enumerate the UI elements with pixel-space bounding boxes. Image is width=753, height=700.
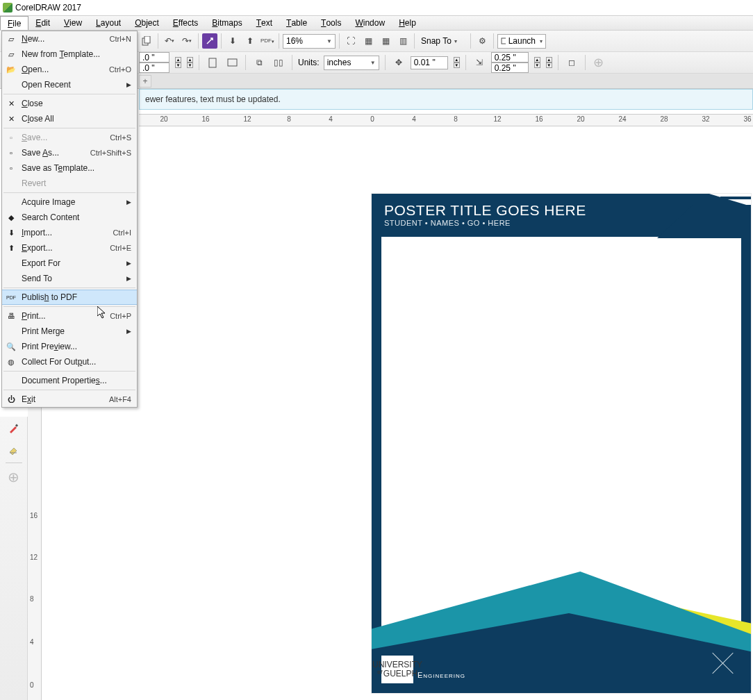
menu-item-icon: ▱ bbox=[5, 49, 17, 60]
menu-item-close[interactable]: ✕Close bbox=[2, 96, 137, 111]
show-grid-icon[interactable]: ▦ bbox=[378, 33, 393, 49]
menu-item-icon: ⬆ bbox=[5, 242, 17, 253]
menu-item-document-properties[interactable]: Document Properties... bbox=[2, 373, 137, 388]
menu-edit[interactable]: Edit bbox=[28, 16, 57, 30]
menu-item-export[interactable]: ⬆Export...Ctrl+E bbox=[2, 240, 137, 256]
menu-item-export-for[interactable]: Export For▶ bbox=[2, 256, 137, 271]
menu-bitmaps[interactable]: Bitmaps bbox=[205, 16, 249, 30]
current-page-icon[interactable]: ▯▯ bbox=[271, 55, 286, 70]
menu-item-send-to[interactable]: Send To▶ bbox=[2, 271, 137, 286]
menu-item-revert: Revert bbox=[2, 176, 137, 191]
add-preset-icon[interactable]: ⊕ bbox=[591, 55, 606, 70]
search-content-icon[interactable] bbox=[202, 33, 217, 49]
menu-item-icon: ⏻ bbox=[5, 394, 17, 405]
menu-item-icon: ✕ bbox=[5, 98, 17, 109]
menu-item-save-as-template[interactable]: ▫Save as Template... bbox=[2, 160, 137, 176]
svg-rect-1 bbox=[144, 36, 150, 43]
menu-item-save-as[interactable]: ▫Save As...Ctrl+Shift+S bbox=[2, 145, 137, 160]
menu-item-icon: ▫ bbox=[5, 162, 17, 174]
menu-item-icon: ◍ bbox=[5, 356, 17, 367]
page-width-field[interactable]: .0 " bbox=[139, 52, 169, 62]
toolbox-left: ⊕ bbox=[0, 417, 28, 700]
engineering-label: Engineering bbox=[417, 671, 465, 679]
menu-item-icon: ✕ bbox=[5, 113, 17, 124]
menu-item-icon: ▱ bbox=[5, 33, 17, 44]
poster-subtitle: STUDENT • NAMES • GO • HERE bbox=[384, 219, 511, 227]
page-height-field[interactable]: .0 " bbox=[139, 62, 169, 73]
units-combo[interactable]: inches▼ bbox=[324, 56, 379, 70]
title-bar: CorelDRAW 2017 bbox=[0, 0, 753, 15]
redo-icon[interactable]: ↷▾ bbox=[179, 33, 195, 49]
menu-item-icon: 🔍 bbox=[5, 341, 17, 352]
nudge-field[interactable]: 0.01 " bbox=[411, 56, 448, 69]
menu-tools[interactable]: Tools bbox=[314, 16, 348, 30]
menu-item-import[interactable]: ⬇Import...Ctrl+I bbox=[2, 225, 137, 240]
info-bar: ewer features, text must be updated. bbox=[139, 89, 753, 110]
treat-as-filled-icon[interactable]: ◻ bbox=[564, 55, 579, 70]
menu-item-close-all[interactable]: ✕Close All bbox=[2, 111, 137, 126]
svg-rect-5 bbox=[15, 424, 17, 427]
eraser-icon[interactable] bbox=[6, 440, 22, 457]
menu-item-publish-to-pdf[interactable]: PDFPublish to PDF bbox=[2, 290, 137, 305]
dup-x-field[interactable]: 0.25 " bbox=[491, 52, 529, 62]
ruler-horizontal[interactable]: 2016128404812162024283236 bbox=[139, 114, 753, 126]
menu-object[interactable]: Object bbox=[128, 16, 166, 30]
menu-file[interactable]: File bbox=[0, 16, 28, 30]
show-rulers-icon[interactable]: ▦ bbox=[361, 33, 376, 49]
poster-artwork[interactable]: POSTER TITLE GOES HERE STUDENT • NAMES •… bbox=[372, 194, 751, 693]
menu-item-icon: ◆ bbox=[5, 212, 17, 223]
menu-item-acquire-image[interactable]: Acquire Image▶ bbox=[2, 194, 137, 210]
menu-item-search-content[interactable]: ◆Search Content bbox=[2, 210, 137, 225]
menu-item-new-from-template[interactable]: ▱New from Template... bbox=[2, 47, 137, 62]
zoom-combo[interactable]: 16%▼ bbox=[283, 34, 336, 49]
menu-item-collect-for-output[interactable]: ◍Collect For Output... bbox=[2, 354, 137, 369]
menu-item-open-recent[interactable]: Open Recent▶ bbox=[2, 77, 137, 92]
copy-icon[interactable] bbox=[139, 33, 154, 49]
menu-item-print-preview[interactable]: 🔍Print Preview... bbox=[2, 339, 137, 354]
snap-to-combo[interactable]: Snap To▾ bbox=[418, 34, 467, 49]
menu-item-icon: ▫ bbox=[5, 132, 17, 143]
menu-text[interactable]: Text bbox=[249, 16, 279, 30]
dup-y-field[interactable]: 0.25 " bbox=[491, 62, 529, 73]
options-icon[interactable]: ⚙ bbox=[474, 33, 490, 49]
import-icon[interactable]: ⬇ bbox=[225, 33, 240, 49]
drawing-canvas[interactable]: POSTER TITLE GOES HERE STUDENT • NAMES •… bbox=[42, 126, 753, 700]
file-menu-dropdown: ▱New...Ctrl+N▱New from Template...📂Open.… bbox=[1, 31, 138, 408]
menu-item-exit[interactable]: ⏻ExitAlt+F4 bbox=[2, 392, 137, 407]
add-tool-icon[interactable]: ⊕ bbox=[6, 469, 22, 485]
menu-item-new[interactable]: ▱New...Ctrl+N bbox=[2, 31, 137, 47]
menu-effects[interactable]: Effects bbox=[166, 16, 205, 30]
menu-item-print-merge[interactable]: Print Merge▶ bbox=[2, 324, 137, 339]
launch-combo[interactable]: Launch▾ bbox=[497, 34, 546, 49]
menu-item-icon: ⬇ bbox=[5, 227, 17, 238]
menu-table[interactable]: Table bbox=[279, 16, 314, 30]
menu-view[interactable]: View bbox=[57, 16, 89, 30]
svg-rect-3 bbox=[209, 58, 216, 67]
undo-icon[interactable]: ↶▾ bbox=[162, 33, 177, 49]
landscape-icon[interactable] bbox=[224, 55, 240, 70]
eyedropper-icon[interactable] bbox=[6, 419, 22, 436]
portrait-icon[interactable] bbox=[205, 55, 220, 70]
menu-item-print[interactable]: 🖶Print...Ctrl+P bbox=[2, 308, 137, 324]
svg-rect-2 bbox=[502, 38, 506, 44]
app-logo-icon bbox=[3, 3, 13, 12]
nudge-icon: ✥ bbox=[391, 55, 406, 70]
export-icon[interactable]: ⬆ bbox=[242, 33, 258, 49]
menu-item-open[interactable]: 📂Open...Ctrl+O bbox=[2, 62, 137, 77]
show-guidelines-icon[interactable]: ▥ bbox=[395, 33, 411, 49]
fullscreen-icon[interactable]: ⛶ bbox=[343, 33, 358, 49]
all-pages-icon[interactable]: ⧉ bbox=[251, 55, 267, 70]
menu-item-icon: PDF bbox=[5, 292, 17, 303]
duplicate-distance-icon: ⇲ bbox=[472, 55, 487, 70]
pdf-icon[interactable]: PDF▾ bbox=[260, 33, 275, 49]
app-title: CorelDRAW 2017 bbox=[15, 3, 81, 12]
menu-item-icon: ▫ bbox=[5, 147, 17, 158]
menu-help[interactable]: Help bbox=[392, 16, 423, 30]
university-badge: UNIVERSITY ᵒᶠGUELPH bbox=[381, 656, 413, 683]
menu-item-save: ▫Save...Ctrl+S bbox=[2, 130, 137, 145]
menu-item-icon: 📂 bbox=[5, 64, 17, 75]
add-tab-button[interactable]: + bbox=[139, 75, 151, 88]
menu-layout[interactable]: Layout bbox=[89, 16, 128, 30]
menubar: FileEditViewLayoutObjectEffectsBitmapsTe… bbox=[0, 15, 753, 31]
menu-window[interactable]: Window bbox=[348, 16, 392, 30]
